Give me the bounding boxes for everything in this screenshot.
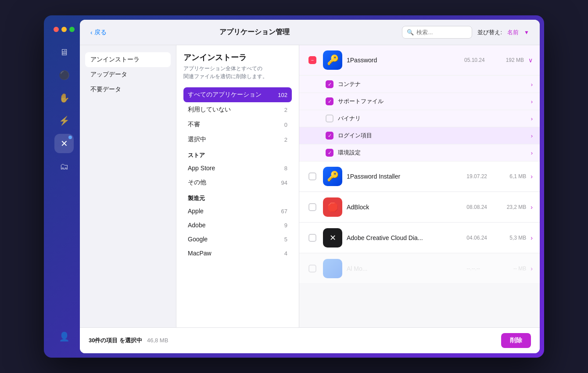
sub-chevron-login[interactable]: ›: [531, 133, 533, 139]
filter-macpaw-count: 4: [284, 250, 287, 257]
filter-apple-count: 67: [281, 208, 287, 215]
footer-size: 46,8 MB: [147, 337, 168, 344]
sort-value[interactable]: 名前: [507, 29, 519, 36]
checkbox-placeholder[interactable]: [308, 265, 316, 273]
sub-chevron-support[interactable]: ›: [531, 98, 533, 105]
left-panel: アンインストーラ アップデータ 不要データ: [80, 45, 176, 327]
footer-info: 30件の項目 を選択中 46,8 MB: [89, 337, 168, 344]
app-date-1password: 05.10.24: [464, 57, 491, 63]
header-right: 🔍 並び替え: 名前 ▼: [402, 26, 529, 39]
right-panel: − 🔑 1Password 05.10.24 192 MB ∨ ✓ コンテナ ›: [299, 45, 540, 327]
app-row-adobe[interactable]: ✕ Adobe Creative Cloud Dia... 04.06.24 5…: [299, 223, 540, 253]
checkbox-area-adobe[interactable]: [306, 234, 319, 242]
back-button[interactable]: ‹ 戻る: [90, 29, 107, 36]
app-row-1password[interactable]: − 🔑 1Password 05.10.24 192 MB ∨: [299, 45, 540, 75]
vendor-section-header: 製造元: [183, 190, 292, 204]
search-box[interactable]: 🔍: [402, 26, 472, 39]
app-row-placeholder[interactable]: Al Mo... --.--.-- -- MB ›: [299, 254, 540, 284]
filter-macpaw[interactable]: MacPaw 4: [183, 246, 292, 260]
filter-other-count: 94: [281, 179, 287, 186]
filter-google-label: Google: [188, 236, 208, 243]
store-section-header: ストア: [183, 147, 292, 161]
filter-adobe[interactable]: Adobe 9: [183, 218, 292, 232]
sort-chevron-icon[interactable]: ▼: [524, 29, 529, 36]
app-size-1password: 192 MB: [498, 57, 524, 63]
filter-unused-label: 利用していない: [188, 106, 231, 114]
close-button[interactable]: [54, 27, 59, 32]
checkbox-area-placeholder: [306, 265, 319, 273]
filter-suspicious-label: 不審: [188, 121, 200, 129]
chevron-icon-adobe[interactable]: ›: [531, 234, 533, 241]
sidebar-monitor-icon[interactable]: 🖥: [54, 43, 74, 62]
filter-selected[interactable]: 選択中 2: [183, 132, 292, 147]
sub-row-prefs[interactable]: ✓ 環境設定 ›: [299, 144, 540, 161]
nav-item-junk[interactable]: 不要データ: [85, 82, 171, 97]
traffic-lights: [48, 27, 75, 32]
sub-row-container[interactable]: ✓ コンテナ ›: [299, 76, 540, 93]
app-icon-adobe: ✕: [323, 228, 342, 247]
footer-bar: 30件の項目 を選択中 46,8 MB 削除: [80, 327, 540, 353]
nav-item-uninstaller[interactable]: アンインストーラ: [85, 52, 171, 67]
chevron-down-icon[interactable]: ∨: [528, 57, 533, 64]
app-date-placeholder: --.--.--: [466, 265, 493, 272]
sidebar: 🖥 ⚫ ✋ ⚡ ✕ 🗂 👤: [48, 20, 80, 353]
app-name-placeholder: Al Mo...: [347, 265, 466, 272]
sub-row-support[interactable]: ✓ サポートファイル ›: [299, 93, 540, 110]
filter-selected-label: 選択中: [188, 136, 206, 143]
checkbox-1password[interactable]: −: [306, 56, 319, 64]
chevron-icon-adblock[interactable]: ›: [531, 204, 533, 211]
fullscreen-button[interactable]: [69, 27, 75, 32]
sub-checkbox-binary[interactable]: [326, 115, 333, 122]
filter-suspicious[interactable]: 不審 0: [183, 117, 292, 132]
filter-unused[interactable]: 利用していない 2: [183, 102, 292, 117]
sub-chevron-binary[interactable]: ›: [531, 115, 533, 122]
app-row-1password-installer[interactable]: 🔑 1Password Installer 19.07.22 6,1 MB ›: [299, 161, 540, 192]
search-icon: 🔍: [407, 29, 414, 36]
app-icon-installer: 🔑: [323, 167, 342, 186]
sub-chevron-container[interactable]: ›: [531, 81, 533, 88]
filter-other[interactable]: その他 94: [183, 175, 292, 190]
sidebar-privacy-icon[interactable]: ⚫: [54, 65, 74, 85]
search-input[interactable]: [416, 29, 465, 36]
minimize-button[interactable]: [61, 27, 67, 32]
app-date-installer: 19.07.22: [466, 173, 493, 179]
filter-appstore[interactable]: App Store 8: [183, 161, 292, 175]
sub-checkbox-support[interactable]: ✓: [326, 97, 333, 105]
checkbox-area-installer[interactable]: [306, 172, 319, 180]
sub-row-login[interactable]: ✓ ログイン項目 ›: [299, 127, 540, 144]
app-row-adblock[interactable]: 🛑 AdBlock 08.08.24 23,2 MB ›: [299, 192, 540, 222]
main-content: ‹ 戻る アプリケーション管理 🔍 並び替え: 名前 ▼ アンインストーラ アッ…: [80, 20, 540, 353]
filter-other-label: その他: [188, 179, 206, 186]
checkbox-installer[interactable]: [308, 172, 316, 180]
nav-item-updater[interactable]: アップデータ: [85, 67, 171, 82]
filter-adobe-count: 9: [284, 222, 287, 229]
filter-appstore-label: App Store: [188, 165, 215, 172]
footer-divider: [144, 337, 147, 344]
chevron-placeholder[interactable]: ›: [531, 265, 533, 272]
app-size-placeholder: -- MB: [500, 265, 526, 272]
checkbox-minus-icon[interactable]: −: [308, 56, 316, 64]
sub-item-support: サポートファイル: [338, 97, 531, 105]
filter-all-apps[interactable]: すべてのアプリケーション 102: [183, 87, 292, 102]
middle-panel-desc: アプリケーション全体とすべての関連ファイルを適切に削除します。: [183, 65, 292, 80]
filter-google[interactable]: Google 5: [183, 232, 292, 246]
delete-button[interactable]: 削除: [501, 333, 531, 348]
checkbox-adblock[interactable]: [308, 203, 316, 211]
app-name-installer: 1Password Installer: [347, 173, 466, 180]
sidebar-hand-icon[interactable]: ✋: [54, 88, 74, 108]
sidebar-user-icon[interactable]: 👤: [54, 327, 74, 346]
filter-all-apps-label: すべてのアプリケーション: [188, 91, 262, 99]
sub-chevron-prefs[interactable]: ›: [531, 150, 533, 156]
filter-google-count: 5: [284, 236, 287, 243]
sub-checkbox-container[interactable]: ✓: [326, 80, 333, 88]
sidebar-lightning-icon[interactable]: ⚡: [54, 111, 74, 130]
filter-apple[interactable]: Apple 67: [183, 204, 292, 218]
sub-row-binary[interactable]: バイナリ ›: [299, 110, 540, 127]
sidebar-files-icon[interactable]: 🗂: [54, 157, 74, 176]
sub-checkbox-prefs[interactable]: ✓: [326, 149, 333, 157]
checkbox-area-adblock[interactable]: [306, 203, 319, 211]
chevron-icon-installer[interactable]: ›: [531, 173, 533, 180]
sub-checkbox-login[interactable]: ✓: [326, 132, 333, 140]
checkbox-adobe[interactable]: [308, 234, 316, 242]
sidebar-appmanager-icon[interactable]: ✕: [54, 134, 74, 153]
